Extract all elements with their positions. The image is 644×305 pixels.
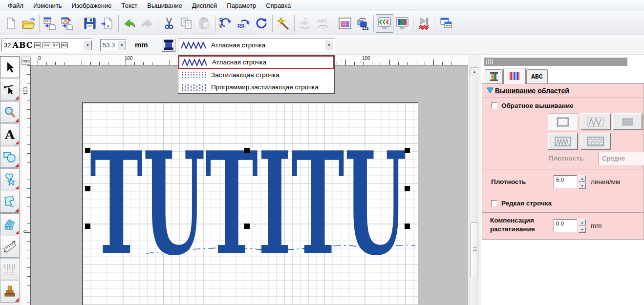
sparse-stitch-checkbox[interactable] bbox=[491, 200, 497, 206]
stamp-tool[interactable] bbox=[0, 281, 20, 303]
new-document-icon[interactable] bbox=[2, 14, 20, 33]
selection-handle-bottom-center[interactable] bbox=[244, 224, 250, 229]
underlay-dense-zigzag-button[interactable] bbox=[548, 133, 578, 150]
property-toolbar: 32 ABC Aa 0-9 &?! Аä ▼ 53.3 ▼ mm Атласна… bbox=[0, 36, 644, 55]
select-tool[interactable] bbox=[0, 56, 20, 78]
font-dropdown-arrow[interactable]: ▼ bbox=[84, 41, 92, 50]
copy-icon[interactable] bbox=[178, 14, 195, 33]
density-input[interactable]: 5.0 bbox=[554, 175, 577, 188]
text-arc-up-icon[interactable]: ABC bbox=[314, 14, 332, 33]
sew-simulator-icon[interactable] bbox=[415, 14, 433, 33]
letter-height-value: 53.3 bbox=[101, 41, 118, 49]
realistic-view-icon[interactable] bbox=[393, 14, 411, 33]
section-header[interactable]: Вышивание областей bbox=[482, 84, 644, 98]
menu-parameter[interactable]: Параметр bbox=[222, 1, 261, 10]
application-window: { "menu": { "items": ["Файл","Изменить",… bbox=[0, 0, 644, 305]
scroll-up-button[interactable]: ▲ bbox=[471, 67, 478, 75]
menu-file[interactable]: Файл bbox=[3, 1, 28, 10]
magic-wand-icon[interactable] bbox=[275, 14, 292, 33]
density-spin-down[interactable]: ▼ bbox=[579, 183, 586, 189]
letter-height-selector[interactable]: 53.3 ▼ bbox=[100, 39, 127, 51]
freeform-tool[interactable] bbox=[0, 191, 20, 213]
tab-text-settings[interactable]: ABC bbox=[526, 69, 548, 83]
save-icon[interactable] bbox=[81, 14, 99, 33]
density-box: Плотность 5.0 ▲ ▼ линия/мм bbox=[482, 169, 644, 195]
svg-text:RЯ: RЯ bbox=[237, 23, 244, 29]
vertical-scrollbar[interactable]: ▲ bbox=[470, 65, 478, 305]
stitch-option-programmable-fill[interactable]: Программир.застилающая строчка bbox=[178, 81, 334, 93]
font-selector[interactable]: 32 ABC Aa 0-9 &?! Аä ▼ bbox=[1, 39, 92, 52]
cut-icon[interactable] bbox=[160, 14, 178, 33]
stitch-pattern-icon bbox=[509, 71, 520, 81]
svg-text:ABC: ABC bbox=[318, 19, 327, 23]
selection-handle-mid-right[interactable] bbox=[405, 186, 410, 191]
menu-display[interactable]: Дисплей bbox=[187, 1, 222, 10]
node-edit-tool[interactable] bbox=[0, 79, 20, 101]
canvas-background[interactable]: TUTITU bbox=[31, 65, 468, 305]
stitch-type-selector[interactable]: Атласная строчка ▼ bbox=[178, 39, 335, 52]
refresh-icon[interactable] bbox=[253, 14, 270, 33]
reverse-embroidery-checkbox[interactable] bbox=[491, 102, 497, 109]
density-preset-field[interactable]: Средне bbox=[599, 152, 644, 165]
import-design-icon[interactable] bbox=[42, 14, 59, 33]
scrollbar-thumb[interactable] bbox=[471, 223, 478, 277]
height-dropdown-arrow[interactable]: ▼ bbox=[118, 41, 126, 50]
compensation-input[interactable]: 0.0 bbox=[554, 219, 577, 232]
toolbar-separator bbox=[158, 15, 158, 32]
column-stitch-tool[interactable] bbox=[0, 213, 20, 235]
text-arc-down-icon[interactable]: ABC bbox=[297, 14, 314, 33]
node-edit-icon bbox=[3, 83, 16, 96]
paste-icon[interactable] bbox=[195, 14, 213, 33]
menu-help[interactable]: Справка bbox=[261, 1, 296, 10]
tab-stitch-settings[interactable] bbox=[503, 68, 526, 84]
underlay-lines-button[interactable] bbox=[612, 113, 643, 130]
density-preset-label: Плотность bbox=[549, 155, 583, 162]
menu-embroidery[interactable]: Вышивание bbox=[142, 1, 187, 10]
machine-stitch-icon bbox=[3, 263, 17, 276]
design-page[interactable]: TUTITU bbox=[82, 102, 418, 305]
measure-tool[interactable] bbox=[0, 236, 20, 258]
rotate-right-icon[interactable]: RЯ bbox=[235, 14, 253, 33]
font-glyph-sample: Aa bbox=[34, 42, 41, 48]
text-tool[interactable]: A bbox=[0, 123, 20, 145]
selection-handle-bottom-left[interactable] bbox=[85, 224, 90, 229]
rotate-left-icon[interactable]: RК bbox=[217, 14, 235, 33]
section-title: Вышивание областей bbox=[495, 87, 569, 95]
machine-stitch-tool[interactable] bbox=[0, 258, 20, 280]
open-file-icon[interactable] bbox=[20, 14, 37, 33]
selection-handle-bottom-right[interactable] bbox=[405, 224, 410, 229]
stitch-option-satin[interactable]: Атласная строчка bbox=[178, 56, 334, 69]
selection-handle-top-center[interactable] bbox=[244, 148, 250, 153]
stitch-view-icon[interactable] bbox=[376, 14, 393, 33]
star-shape-tool[interactable] bbox=[0, 168, 20, 190]
export-file-icon[interactable] bbox=[99, 14, 116, 33]
compensation-spin-up[interactable]: ▲ bbox=[579, 219, 586, 225]
menu-text[interactable]: Текст bbox=[117, 1, 143, 10]
selection-handle-mid-left[interactable] bbox=[85, 186, 90, 191]
panel-grab-bar[interactable] bbox=[484, 58, 627, 66]
shape-tool[interactable] bbox=[0, 146, 20, 168]
stitch-palette-icon[interactable] bbox=[336, 14, 354, 33]
underlay-zigzag-button[interactable] bbox=[580, 113, 611, 130]
thread-spool-button[interactable] bbox=[162, 38, 175, 52]
stitch-order-icon[interactable]: 123 bbox=[354, 14, 371, 33]
window-arrange-icon[interactable] bbox=[437, 14, 455, 33]
underlay-none-button[interactable] bbox=[548, 113, 578, 130]
zoom-tool[interactable] bbox=[0, 101, 20, 123]
undo-icon[interactable] bbox=[121, 14, 138, 33]
thumb-grip bbox=[473, 247, 477, 248]
corner-flag bbox=[15, 141, 19, 144]
stitch-option-fill[interactable]: Застилающая строчка bbox=[178, 69, 334, 81]
tab-thread-colors[interactable] bbox=[485, 69, 503, 83]
selection-handle-top-left[interactable] bbox=[85, 148, 90, 153]
stitch-dropdown-arrow[interactable]: ▼ bbox=[325, 40, 333, 50]
menu-edit[interactable]: Изменить bbox=[28, 1, 67, 10]
import-image-icon[interactable] bbox=[59, 14, 77, 33]
selection-handle-top-right[interactable] bbox=[405, 148, 410, 153]
redo-icon[interactable] bbox=[138, 14, 156, 33]
underlay-brick-button[interactable] bbox=[580, 133, 611, 150]
compensation-spin-down[interactable]: ▼ bbox=[579, 226, 586, 233]
stitch-settings-panel: Вышивание областей Обратное вышивание bbox=[482, 83, 644, 240]
menu-image[interactable]: Изображение bbox=[67, 1, 117, 10]
density-spin-up[interactable]: ▲ bbox=[579, 175, 586, 182]
